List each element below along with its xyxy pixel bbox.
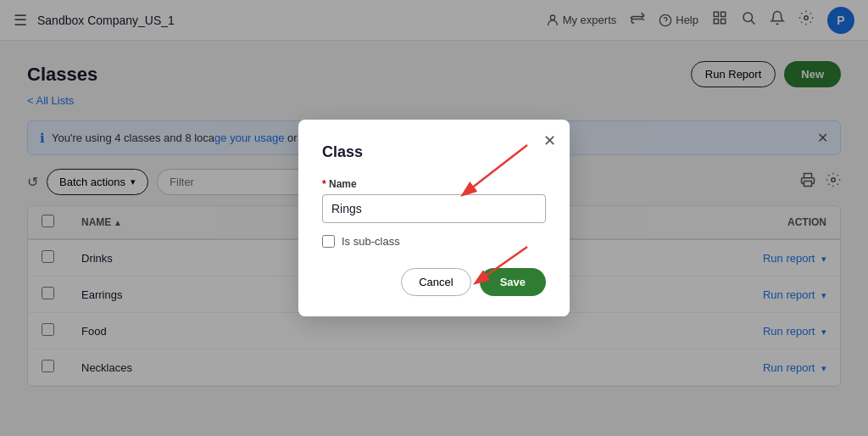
is-subclass-label: Is sub-class xyxy=(342,235,400,248)
name-label: Name xyxy=(322,178,546,190)
is-subclass-checkbox[interactable] xyxy=(322,235,335,248)
modal-overlay[interactable]: ✕ Class Name Is sub-class Cancel Save xyxy=(0,0,868,436)
class-modal: ✕ Class Name Is sub-class Cancel Save xyxy=(298,120,570,316)
cancel-button[interactable]: Cancel xyxy=(401,268,470,296)
modal-close-button[interactable]: ✕ xyxy=(543,131,556,150)
save-button[interactable]: Save xyxy=(480,268,546,296)
name-input[interactable] xyxy=(322,194,546,223)
modal-title: Class xyxy=(322,143,546,161)
modal-actions: Cancel Save xyxy=(322,268,546,296)
subclass-row: Is sub-class xyxy=(322,235,546,248)
